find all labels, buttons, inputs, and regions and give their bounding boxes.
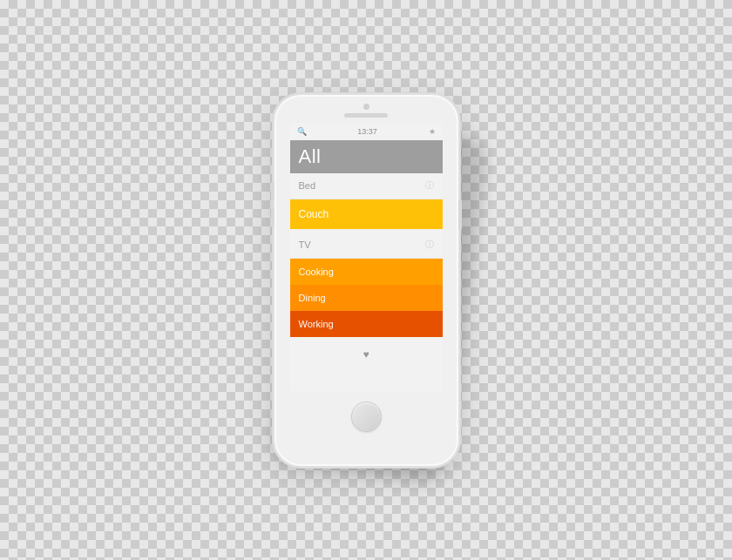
all-category-label: All: [299, 145, 322, 168]
item-label: Dining: [299, 293, 326, 303]
status-time: 13:37: [357, 127, 377, 136]
item-label: Cooking: [299, 267, 334, 277]
power-button[interactable]: [458, 199, 462, 230]
item-label: Working: [299, 319, 334, 329]
info-icon[interactable]: ⓘ: [425, 179, 434, 192]
volume-up-button[interactable]: [271, 182, 274, 201]
speaker: [344, 113, 388, 118]
list-item[interactable]: Couch: [290, 199, 443, 229]
favorite-icon[interactable]: ★: [429, 127, 436, 136]
list-item[interactable]: Bed ⓘ: [290, 173, 443, 199]
volume-down-button[interactable]: [271, 208, 274, 227]
list-item[interactable]: Cooking: [290, 259, 443, 285]
phone-wrapper: 🔍 13:37 ★ All Bed ⓘ Couch TV ⓘ: [273, 93, 460, 468]
phone-bottom: [274, 393, 458, 444]
list-item[interactable]: Dining: [290, 285, 443, 311]
phone-top: [274, 95, 458, 123]
search-icon[interactable]: 🔍: [297, 127, 307, 136]
item-label: TV: [299, 240, 311, 250]
home-button[interactable]: [351, 401, 382, 432]
item-label: Bed: [299, 180, 316, 191]
bottom-area: ♥: [290, 337, 443, 372]
screen: 🔍 13:37 ★ All Bed ⓘ Couch TV ⓘ: [290, 123, 443, 393]
heart-icon[interactable]: ♥: [363, 348, 369, 361]
list-item[interactable]: TV ⓘ: [290, 233, 443, 259]
info-icon[interactable]: ⓘ: [425, 239, 434, 251]
item-label: Couch: [299, 208, 329, 220]
camera: [363, 104, 369, 110]
phone: 🔍 13:37 ★ All Bed ⓘ Couch TV ⓘ: [273, 93, 460, 468]
list-item[interactable]: Working: [290, 311, 443, 337]
status-bar: 🔍 13:37 ★: [290, 123, 443, 140]
all-category-row[interactable]: All: [290, 140, 443, 173]
